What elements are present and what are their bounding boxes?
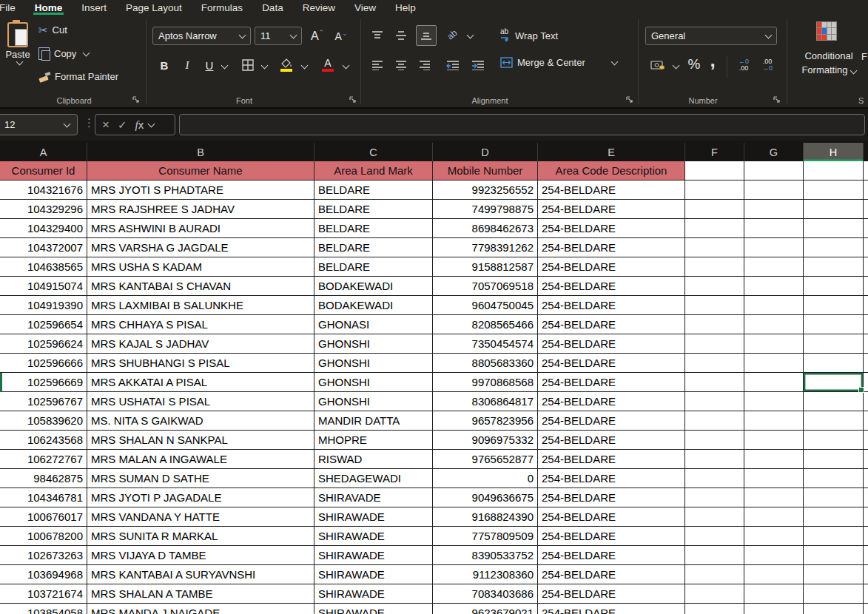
cut-button[interactable]: ✂ Cut	[38, 24, 67, 36]
empty-cell[interactable]	[804, 392, 864, 411]
cell[interactable]: 9970868568	[433, 373, 538, 392]
column-header-C[interactable]: C	[314, 143, 433, 161]
empty-cell[interactable]	[804, 181, 864, 200]
empty-cell[interactable]	[685, 565, 744, 584]
increase-indent-button[interactable]	[469, 56, 487, 74]
cell[interactable]: GHONSHI	[314, 334, 433, 354]
paste-button[interactable]: Paste	[1, 19, 34, 90]
empty-cell[interactable]	[864, 392, 868, 411]
cell[interactable]: 106243568	[0, 431, 87, 450]
alignment-dialog-launcher[interactable]	[625, 95, 634, 104]
empty-cell[interactable]	[804, 546, 864, 565]
column-header-A[interactable]: A	[0, 143, 87, 161]
empty-cell[interactable]	[685, 296, 744, 315]
empty-cell[interactable]	[685, 604, 744, 614]
cell[interactable]: MRS SHALAN A TAMBE	[87, 584, 314, 604]
cell[interactable]: SHEDAGEWADI	[314, 469, 433, 488]
empty-cell[interactable]	[744, 546, 804, 565]
align-left-button[interactable]	[369, 56, 386, 74]
empty-cell[interactable]	[864, 507, 868, 527]
cell[interactable]: BODAKEWADI	[314, 277, 433, 296]
column-header-B[interactable]: B	[87, 143, 314, 161]
decrease-indent-button[interactable]	[444, 56, 462, 74]
cell[interactable]: MRS MALAN A INGAWALE	[87, 450, 314, 469]
empty-cell[interactable]	[685, 238, 744, 257]
empty-cell[interactable]	[744, 469, 804, 488]
align-right-button[interactable]	[416, 56, 434, 74]
cell[interactable]: 0	[433, 469, 538, 488]
empty-cell[interactable]	[804, 257, 864, 277]
cell[interactable]: GHONSHI	[314, 392, 433, 411]
empty-cell[interactable]	[685, 488, 744, 507]
increase-decimal-button[interactable]: ←0.00	[734, 56, 753, 74]
empty-cell[interactable]	[804, 238, 864, 257]
cell[interactable]: 98462875	[0, 469, 87, 488]
cell[interactable]: GHONSHI	[314, 373, 433, 392]
cell[interactable]: 254-BELDARE	[538, 469, 685, 488]
cell[interactable]: BODAKEWADI	[314, 296, 433, 315]
cell[interactable]: BELDARE	[314, 181, 433, 200]
cell[interactable]: MRS SHUBHANGI S PISAL	[87, 354, 314, 373]
empty-cell[interactable]	[685, 315, 744, 334]
cell[interactable]: MRS VIJAYA D TAMBE	[87, 546, 314, 565]
column-header-G[interactable]: G	[744, 143, 804, 161]
empty-cell[interactable]	[744, 200, 804, 219]
empty-cell[interactable]	[804, 354, 864, 373]
cell[interactable]: 8805683360	[433, 354, 538, 373]
empty-cell[interactable]	[685, 354, 744, 373]
cell[interactable]: 9168824390	[433, 507, 538, 527]
borders-button[interactable]	[240, 56, 256, 74]
empty-cell[interactable]	[864, 469, 868, 488]
empty-cell[interactable]	[804, 507, 864, 527]
empty-cell[interactable]	[685, 584, 744, 604]
cell[interactable]: 8390533752	[433, 546, 538, 565]
cell[interactable]: 254-BELDARE	[538, 181, 685, 200]
field-header-cell[interactable]: Consumer Id	[0, 161, 87, 181]
cell[interactable]: SHIRAWADE	[314, 584, 433, 604]
cell[interactable]: 8698462673	[433, 219, 538, 238]
empty-cell[interactable]	[744, 373, 804, 392]
cell[interactable]: 254-BELDARE	[538, 488, 685, 507]
empty-cell[interactable]	[864, 277, 868, 296]
formula-input[interactable]	[179, 114, 865, 135]
cell[interactable]: 102673263	[0, 546, 87, 565]
number-dialog-launcher[interactable]	[773, 95, 781, 104]
cell[interactable]: 254-BELDARE	[538, 392, 685, 411]
font-color-button[interactable]: A	[320, 55, 336, 75]
name-box[interactable]: 12	[0, 114, 78, 135]
cell[interactable]: SHIRAVADE	[314, 488, 433, 507]
cell[interactable]: 7499798875	[433, 200, 538, 219]
font-name-combobox[interactable]: Aptos Narrow	[152, 27, 251, 45]
empty-cell[interactable]	[864, 527, 868, 546]
cell[interactable]: 254-BELDARE	[538, 411, 685, 431]
tab-insert[interactable]: Insert	[72, 0, 116, 15]
cell[interactable]: 254-BELDARE	[538, 334, 685, 354]
empty-cell[interactable]	[804, 565, 864, 584]
empty-cell[interactable]	[864, 161, 868, 181]
empty-cell[interactable]	[685, 200, 744, 219]
empty-cell[interactable]	[804, 296, 864, 315]
empty-cell[interactable]	[744, 565, 804, 584]
cell[interactable]: GHONASI	[314, 315, 433, 334]
field-header-cell[interactable]: Mobile Number	[433, 161, 538, 181]
cell[interactable]: 104915074	[0, 277, 87, 296]
empty-cell[interactable]	[864, 238, 868, 257]
cell[interactable]: 254-BELDARE	[538, 315, 685, 334]
empty-cell[interactable]	[685, 469, 744, 488]
cell[interactable]: 254-BELDARE	[538, 450, 685, 469]
cell[interactable]: MRS USHATAI S PISAL	[87, 392, 314, 411]
copy-button[interactable]: Copy	[38, 47, 89, 60]
conditional-formatting-label[interactable]: Conditional Formatting	[792, 49, 866, 77]
empty-cell[interactable]	[864, 411, 868, 431]
cell[interactable]: 104638565	[0, 257, 87, 277]
empty-cell[interactable]	[864, 315, 868, 334]
empty-cell[interactable]	[744, 604, 804, 614]
empty-cell[interactable]	[744, 411, 804, 431]
cell[interactable]: 254-BELDARE	[538, 296, 685, 315]
cell[interactable]: 254-BELDARE	[538, 354, 685, 373]
cell[interactable]: MRS KAJAL S JADHAV	[87, 334, 314, 354]
empty-cell[interactable]	[804, 200, 864, 219]
cell[interactable]: MHOPRE	[314, 431, 433, 450]
tab-page-layout[interactable]: Page Layout	[116, 0, 192, 15]
tab-review[interactable]: Review	[293, 0, 345, 15]
